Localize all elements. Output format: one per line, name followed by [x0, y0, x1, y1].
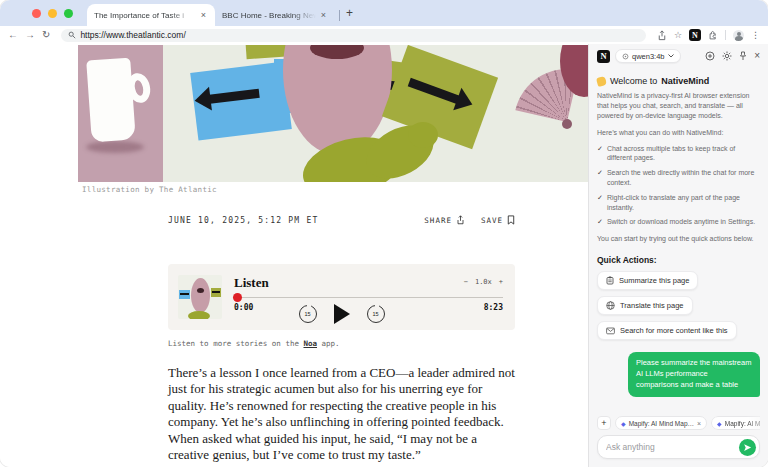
gear-icon[interactable] — [722, 51, 732, 61]
byline-row: JUNE 10, 2025, 5:12 PM ET SHARE SAVE — [168, 215, 515, 225]
check-icon: ✓ — [597, 193, 603, 213]
thumb-green-tile — [211, 288, 221, 297]
browser-window: The Importance of Taste i × BBC Home - B… — [0, 0, 768, 467]
collage-statue-head — [408, 122, 438, 148]
address-bar[interactable]: https://www.theatlantic.com/ — [61, 29, 646, 42]
mug-shadow — [86, 141, 144, 153]
collage-fan-knob — [562, 119, 572, 129]
chat-input[interactable] — [606, 442, 739, 452]
start-hint: You can start by trying out the quick ac… — [597, 234, 760, 244]
share-label: SHARE — [424, 216, 452, 225]
share-icon[interactable] — [657, 30, 667, 41]
collage-pink-panel — [78, 45, 163, 182]
sparkle-icon: ◆ — [621, 420, 626, 427]
model-selector[interactable]: qwen3:4b — [615, 49, 681, 63]
new-chat-icon[interactable] — [705, 51, 715, 61]
article-date: JUNE 10, 2025, 5:12 PM ET — [168, 216, 318, 225]
nativemind-extension-icon[interactable]: N — [689, 29, 701, 41]
model-name: qwen3:4b — [632, 52, 665, 61]
toolbar: ← → ↻ https://www.theatlantic.com/ ☆ N ⋮ — [0, 26, 768, 44]
tab-bbc[interactable]: BBC Home - Breaking New × — [215, 4, 335, 26]
attachment-chip[interactable]: ◆ Mapify: AI Mind — [711, 416, 760, 430]
feature-item: ✓Search the web directly within the chat… — [597, 168, 760, 188]
search-similar-button[interactable]: Search for more content like this — [597, 321, 737, 340]
noa-promo: Listen to more stories on the Noa app. — [168, 339, 340, 348]
thumb-blue-tile — [179, 290, 190, 299]
back-icon[interactable]: ← — [8, 26, 18, 44]
save-label: SAVE — [481, 216, 503, 225]
chip-label: Mapify: AI Mind — [725, 420, 760, 427]
feature-text: Right-click to translate any part of the… — [607, 193, 760, 213]
player-title: Listen — [234, 275, 269, 291]
close-window-button[interactable] — [32, 9, 41, 18]
quick-actions-label: Quick Actions: — [597, 255, 760, 265]
feature-text: Search the web directly within the chat … — [607, 168, 760, 188]
playback-speed-control: − 1.0x + — [464, 278, 503, 286]
model-icon — [622, 53, 629, 60]
nativemind-logo: N — [597, 50, 610, 63]
chevron-down-icon — [668, 54, 674, 58]
article-page: Illustration by The Atlantic JUNE 10, 20… — [0, 44, 588, 467]
zoom-window-button[interactable] — [64, 9, 73, 18]
forward-icon[interactable]: → — [25, 26, 35, 44]
check-icon: ✓ — [597, 217, 603, 227]
tab-title: BBC Home - Breaking New — [222, 11, 319, 20]
user-message-bubble: Please summarize the mainstream AI LLMs … — [628, 352, 760, 397]
collage-blue-arrow-card — [190, 62, 292, 141]
url-text: https://www.theatlantic.com/ — [80, 30, 185, 40]
chat-input-container — [597, 435, 760, 459]
add-attachment-button[interactable]: + — [597, 416, 611, 430]
send-button[interactable] — [739, 439, 756, 456]
feature-text: Switch or download models anytime in Set… — [607, 217, 755, 227]
action-label: Translate this page — [620, 301, 684, 310]
remove-chip-icon[interactable]: × — [697, 420, 701, 427]
progress-handle[interactable] — [233, 293, 242, 302]
reload-icon[interactable]: ↻ — [42, 26, 50, 44]
tab-divider — [339, 10, 340, 21]
nativemind-sidebar: N qwen3:4b × Welcome to NativeMind Nativ… — [588, 44, 768, 467]
noa-prefix: Listen to more stories on the — [168, 339, 303, 348]
progress-bar[interactable] — [234, 297, 503, 298]
skip-forward-15-button[interactable]: 15 — [367, 305, 385, 323]
action-label: Summarize this page — [619, 276, 689, 285]
new-tab-button[interactable]: + — [344, 4, 359, 26]
send-plane-icon — [743, 443, 752, 452]
skip-back-15-button[interactable]: 15 — [299, 305, 317, 323]
left-arrow-icon — [209, 89, 260, 104]
speed-decrease-button[interactable]: − — [464, 278, 468, 286]
player-controls: 15 15 — [168, 304, 515, 324]
attachment-chips-row: + ◆ Mapify: AI Mind Map… × ◆ Mapify: AI … — [597, 416, 760, 430]
extensions-puzzle-icon[interactable] — [708, 30, 718, 40]
tab-atlantic[interactable]: The Importance of Taste i × — [87, 4, 215, 26]
menu-kebab-icon[interactable]: ⋮ — [751, 30, 760, 40]
minimize-window-button[interactable] — [48, 9, 57, 18]
speed-value: 1.0x — [475, 278, 492, 286]
tab-strip: The Importance of Taste i × BBC Home - B… — [0, 0, 768, 26]
profile-avatar[interactable] — [733, 30, 744, 41]
speed-increase-button[interactable]: + — [499, 278, 503, 286]
bookmark-icon — [507, 215, 515, 225]
welcome-heading: Welcome to NativeMind — [597, 76, 760, 86]
noa-link[interactable]: Noa — [303, 339, 317, 348]
save-button[interactable]: SAVE — [481, 215, 515, 225]
collage-mug — [86, 58, 136, 143]
tab-close-icon[interactable]: × — [319, 10, 328, 20]
summarize-page-button[interactable]: Summarize this page — [597, 271, 698, 290]
translate-page-button[interactable]: Translate this page — [597, 296, 693, 315]
check-icon: ✓ — [597, 168, 603, 188]
toolbar-divider — [725, 30, 726, 40]
bookmark-star-icon[interactable]: ☆ — [674, 30, 682, 40]
close-sidebar-icon[interactable]: × — [754, 51, 760, 61]
play-button[interactable] — [334, 304, 350, 324]
tab-close-icon[interactable]: × — [199, 10, 208, 20]
article-paragraph: There’s a lesson I once learned from a C… — [168, 365, 520, 463]
intro-text: NativeMind is a privacy-first AI browser… — [597, 91, 760, 121]
share-button[interactable]: SHARE — [424, 215, 465, 225]
chip-label: Mapify: AI Mind Map… — [629, 420, 694, 427]
welcome-prefix: Welcome to — [610, 76, 657, 86]
attachment-chip[interactable]: ◆ Mapify: AI Mind Map… × — [615, 416, 707, 430]
pin-icon[interactable] — [739, 51, 747, 61]
hero-illustration — [78, 45, 588, 182]
sidebar-header: N qwen3:4b × — [597, 44, 760, 68]
wave-emoji-icon — [596, 75, 607, 86]
